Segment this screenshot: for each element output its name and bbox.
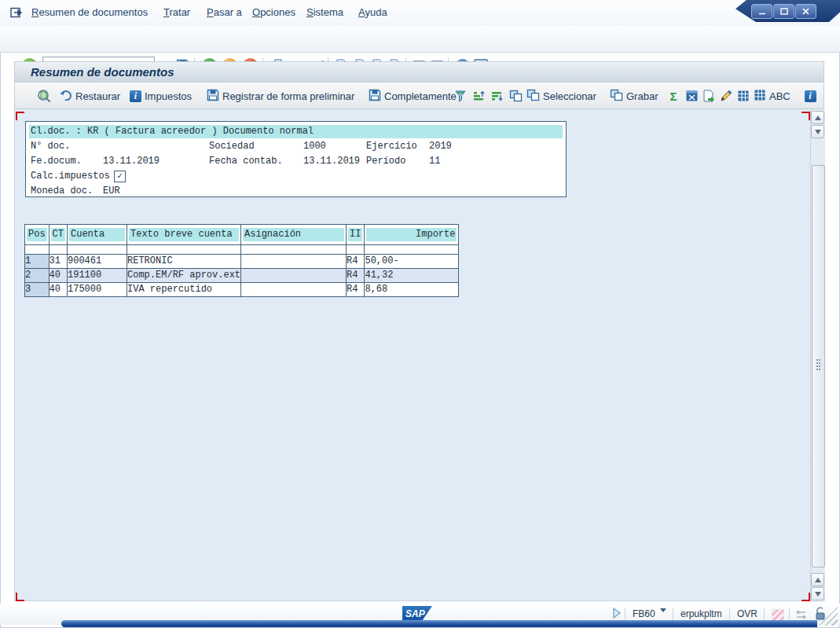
sap-gui-window: Resumen de documentos Tratar Pasar a Opc… xyxy=(0,0,840,628)
info-icon: i xyxy=(130,90,141,102)
sort-ascending-icon[interactable] xyxy=(471,89,486,103)
table-header-row: Pos CT Cuenta Texto breve cuenta Asignac… xyxy=(25,225,459,245)
fecha-contab-value[interactable]: 13.11.2019 xyxy=(303,155,360,168)
document-header-box: Cl.doc. : KR ( Factura acreedor ) Docume… xyxy=(25,121,567,197)
pos-button[interactable]: 2 xyxy=(25,269,50,283)
minimize-button[interactable] xyxy=(751,4,772,19)
status-continue-icon[interactable] xyxy=(612,608,622,621)
registrar-preliminar-button[interactable]: Registrar de forma preliminar xyxy=(207,89,354,103)
area-corner-mark xyxy=(16,112,24,120)
col-header-importe[interactable]: Importe xyxy=(365,225,459,245)
application-toolbar: Restaurar i Impuestos Registrar de forma… xyxy=(14,83,824,109)
window-bottom-bar xyxy=(61,620,817,627)
info-icon[interactable]: i xyxy=(803,89,817,103)
col-header-asignacion[interactable]: Asignación xyxy=(241,225,347,245)
col-header-ct[interactable]: CT xyxy=(49,225,67,245)
sap-logo: SAP xyxy=(402,606,432,622)
sociedad-value[interactable]: 1000 xyxy=(303,140,326,153)
system-menu-icon[interactable] xyxy=(10,6,24,22)
ejercicio-label: Ejercicio xyxy=(366,140,417,153)
table-icon xyxy=(754,89,766,104)
area-corner-mark xyxy=(801,112,810,120)
no-doc-label: N° doc. xyxy=(31,140,70,153)
col-header-ii[interactable]: II xyxy=(347,225,365,245)
calc-impuestos-label: Calc.impuestos xyxy=(31,170,110,183)
fe-docum-value[interactable]: 13.11.2019 xyxy=(103,155,160,168)
undo-icon xyxy=(59,89,72,103)
status-input-mode[interactable]: OVR xyxy=(737,608,757,619)
moneda-label: Moneda doc. xyxy=(31,185,93,198)
table-gap-row xyxy=(25,245,459,255)
restaurar-button[interactable]: Restaurar xyxy=(59,89,120,103)
area-corner-mark xyxy=(16,593,24,601)
menu-bar: Resumen de documentos Tratar Pasar a Opc… xyxy=(0,0,840,27)
fecha-contab-label: Fecha contab. xyxy=(209,155,283,168)
subtotals-icon[interactable] xyxy=(684,89,699,103)
save-icon xyxy=(369,89,381,104)
seleccionar-label: Seleccionar xyxy=(543,90,596,102)
line-items-table: Pos CT Cuenta Texto breve cuenta Asignac… xyxy=(24,224,459,297)
fe-docum-label: Fe.docum. xyxy=(31,155,82,168)
sociedad-label: Sociedad xyxy=(209,140,255,153)
registrar-label: Registrar de forma preliminar xyxy=(222,90,354,102)
status-system: erpukpltm xyxy=(680,608,722,619)
display-overview-icon[interactable] xyxy=(37,89,51,103)
menu-pasar-a[interactable]: Pasar a xyxy=(207,6,242,18)
ejercicio-value[interactable]: 2019 xyxy=(429,140,452,153)
scroll-down-icon[interactable] xyxy=(811,125,824,138)
grabar-label: Grabar xyxy=(626,90,658,102)
grabar-button[interactable]: Grabar xyxy=(610,89,658,103)
seleccionar-button[interactable]: Seleccionar xyxy=(526,89,596,103)
menu-sistema[interactable]: Sistema xyxy=(306,6,343,18)
area-corner-mark xyxy=(801,593,810,601)
maximize-button[interactable] xyxy=(773,4,794,19)
filter-icon[interactable] xyxy=(453,89,468,103)
table-row: 3 40 175000 IVA repercutido R4 8,68 xyxy=(25,283,459,297)
col-header-cuenta[interactable]: Cuenta xyxy=(68,225,127,245)
pos-button[interactable]: 1 xyxy=(25,255,50,269)
transfer-document-icon[interactable] xyxy=(702,89,716,103)
sort-descending-icon[interactable] xyxy=(490,89,504,103)
scrollbar-thumb[interactable] xyxy=(812,165,825,567)
moneda-value[interactable]: EUR xyxy=(103,185,120,198)
select-block-icon xyxy=(610,89,623,104)
table-row: 1 31 900461 RETRONIC R4 50,00- xyxy=(25,255,459,269)
impuestos-label: Impuestos xyxy=(145,90,192,102)
standard-toolbar: « « ^ ✕ xyxy=(0,26,840,53)
menu-tratar[interactable]: Tratar xyxy=(163,6,190,18)
impuestos-button[interactable]: i Impuestos xyxy=(130,89,192,103)
completamente-label: Completamente xyxy=(384,90,457,102)
menu-ayuda[interactable]: Ayuda xyxy=(358,6,387,18)
select-block-icon[interactable] xyxy=(508,89,523,103)
scroll-up-icon[interactable] xyxy=(811,111,824,124)
scroll-down-icon[interactable] xyxy=(811,587,824,600)
page-title: Resumen de documentos xyxy=(31,65,174,79)
pos-button[interactable]: 3 xyxy=(25,283,50,297)
save-icon xyxy=(207,89,219,104)
window-title-area xyxy=(735,0,840,22)
menu-resumen-de-documentos[interactable]: Resumen de documentos xyxy=(31,6,148,18)
calc-impuestos-checkbox[interactable] xyxy=(114,171,126,182)
sum-icon[interactable]: Σ xyxy=(666,89,680,103)
doc-class-line: Cl.doc. : KR ( Factura acreedor ) Docume… xyxy=(29,125,563,138)
table-row: 2 40 191100 Comp.EM/RF aprov.ext R4 41,3… xyxy=(25,269,459,283)
edit-icon[interactable] xyxy=(719,89,733,103)
periodo-value[interactable]: 11 xyxy=(429,155,440,168)
screen-title-bar: Resumen de documentos xyxy=(14,61,824,83)
col-header-pos[interactable]: Pos xyxy=(25,225,50,245)
col-header-texto[interactable]: Texto breve cuenta xyxy=(127,225,241,245)
periodo-label: Período xyxy=(366,155,405,168)
select-block-icon xyxy=(526,89,540,104)
menu-opciones[interactable]: Opciones xyxy=(252,6,295,18)
calculator-icon[interactable] xyxy=(736,89,750,103)
close-button[interactable] xyxy=(795,4,816,19)
restaurar-label: Restaurar xyxy=(75,90,120,102)
abc-label: ABC xyxy=(769,90,790,102)
completamente-button[interactable]: Completamente xyxy=(369,89,457,103)
status-transaction[interactable]: FB60 xyxy=(633,608,655,619)
scroll-up-icon[interactable] xyxy=(811,573,824,586)
abc-analysis-button[interactable]: ABC xyxy=(754,89,790,103)
